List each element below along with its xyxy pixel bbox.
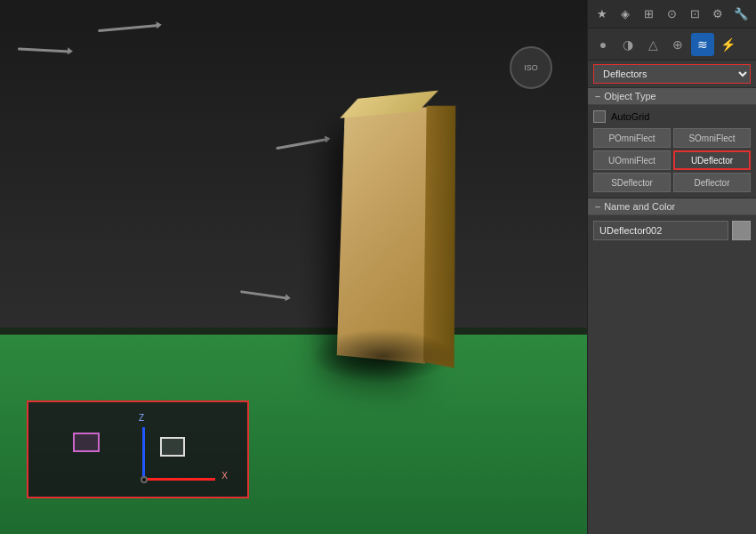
toolbar-icon-star[interactable]: ★ bbox=[591, 4, 613, 25]
color-swatch[interactable] bbox=[732, 221, 751, 240]
object-type-label: Object Type bbox=[604, 91, 656, 101]
selection-box bbox=[27, 400, 249, 498]
name-input[interactable] bbox=[593, 221, 728, 240]
white-object-icon bbox=[160, 437, 185, 457]
name-row bbox=[593, 221, 751, 240]
tab-icon-hierarchy[interactable]: △ bbox=[641, 33, 664, 56]
tab-icon-utilities[interactable]: ⚡ bbox=[716, 33, 739, 56]
object-type-buttons: POmniFlect SOmniFlect UOmniFlect UDeflec… bbox=[593, 128, 751, 192]
sdeflector-btn[interactable]: SDeflector bbox=[593, 173, 671, 192]
panel-toolbar: ★ ◈ ⊞ ⊙ ⊡ ⚙ 🔧 bbox=[588, 0, 756, 28]
toolbar-icon-wrench[interactable]: 🔧 bbox=[730, 4, 752, 25]
autogrid-checkbox[interactable] bbox=[593, 110, 606, 123]
z-axis bbox=[142, 427, 145, 481]
x-axis bbox=[144, 478, 215, 481]
autogrid-row: AutoGrid bbox=[593, 110, 751, 123]
iso-text: ISO bbox=[524, 63, 538, 72]
iso-badge: ISO bbox=[510, 46, 552, 89]
uomniflect-btn[interactable]: UOmniFlect bbox=[593, 150, 671, 170]
tab-icon-sphere[interactable]: ● bbox=[591, 33, 615, 56]
panel-tabs: ● ◑ △ ⊕ ≋ ⚡ bbox=[588, 28, 756, 61]
object-type-header: – Object Type bbox=[588, 88, 756, 105]
pomniflect-btn[interactable]: POmniFlect bbox=[593, 128, 671, 148]
name-color-header: – Name and Color bbox=[588, 198, 756, 215]
right-panel: ★ ◈ ⊞ ⊙ ⊡ ⚙ 🔧 ● ◑ △ ⊕ ≋ ⚡ Deflectors – O… bbox=[587, 0, 756, 534]
axis-origin bbox=[141, 476, 148, 483]
autogrid-label: AutoGrid bbox=[611, 111, 649, 122]
tab-icon-spacewarp[interactable]: ≋ bbox=[691, 33, 714, 56]
selected-object-icon bbox=[73, 433, 100, 452]
toolbar-icon-settings[interactable]: ⊡ bbox=[684, 4, 705, 25]
viewport-3d[interactable]: ISO bbox=[0, 0, 587, 534]
object-shadow bbox=[311, 329, 454, 383]
deflectors-dropdown[interactable]: Deflectors bbox=[593, 64, 751, 84]
name-color-section bbox=[588, 215, 756, 246]
sky-background bbox=[0, 0, 587, 329]
dropdown-row: Deflectors bbox=[588, 61, 756, 88]
section-minus-2: – bbox=[595, 201, 600, 212]
horizon-line bbox=[0, 328, 587, 335]
somniflect-btn[interactable]: SOmniFlect bbox=[673, 128, 751, 148]
object-type-section: AutoGrid POmniFlect SOmniFlect UOmniFlec… bbox=[588, 105, 756, 198]
toolbar-icon-gear[interactable]: ⚙ bbox=[707, 4, 728, 25]
tab-icon-motion[interactable]: ⊕ bbox=[666, 33, 689, 56]
toolbar-icon-grid[interactable]: ⊞ bbox=[638, 4, 659, 25]
deflector-btn[interactable]: Deflector bbox=[673, 173, 751, 192]
toolbar-icon-circle[interactable]: ⊙ bbox=[661, 4, 682, 25]
name-color-label: Name and Color bbox=[604, 201, 675, 212]
tab-icon-modify[interactable]: ◑ bbox=[616, 33, 639, 56]
toolbar-icon-geo[interactable]: ◈ bbox=[615, 4, 636, 25]
deflector-object bbox=[337, 107, 429, 364]
udeflector-btn[interactable]: UDeflector bbox=[673, 150, 751, 170]
section-minus: – bbox=[595, 91, 600, 101]
